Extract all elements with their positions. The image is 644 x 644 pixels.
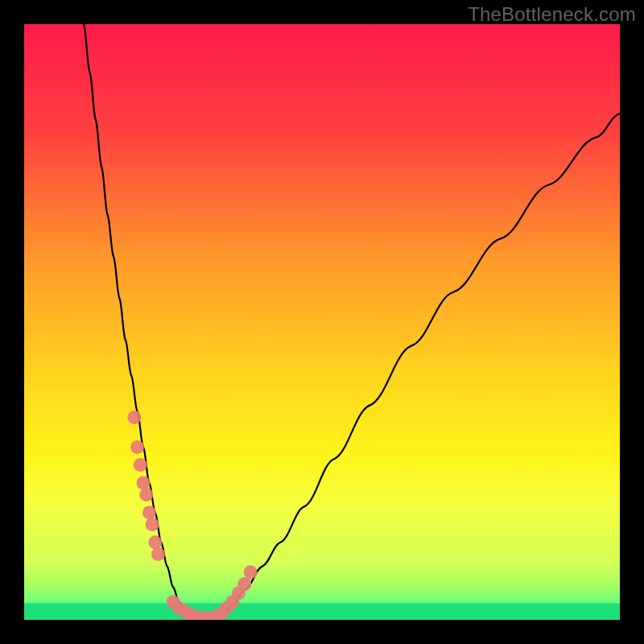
chart-plot-area [24, 24, 620, 620]
data-point [244, 565, 258, 579]
data-point [237, 577, 251, 591]
data-point [139, 488, 153, 502]
data-point [146, 518, 159, 531]
data-point [142, 506, 156, 519]
data-point [137, 476, 151, 489]
gradient-background [24, 24, 620, 620]
data-point [134, 458, 147, 472]
chart-frame: TheBottleneck.com [0, 0, 644, 644]
data-point [148, 535, 162, 549]
data-point [151, 547, 165, 561]
green-band [24, 603, 620, 620]
chart-svg [24, 24, 620, 620]
data-point [127, 411, 141, 424]
data-point [130, 440, 144, 454]
watermark-text: TheBottleneck.com [468, 3, 636, 26]
